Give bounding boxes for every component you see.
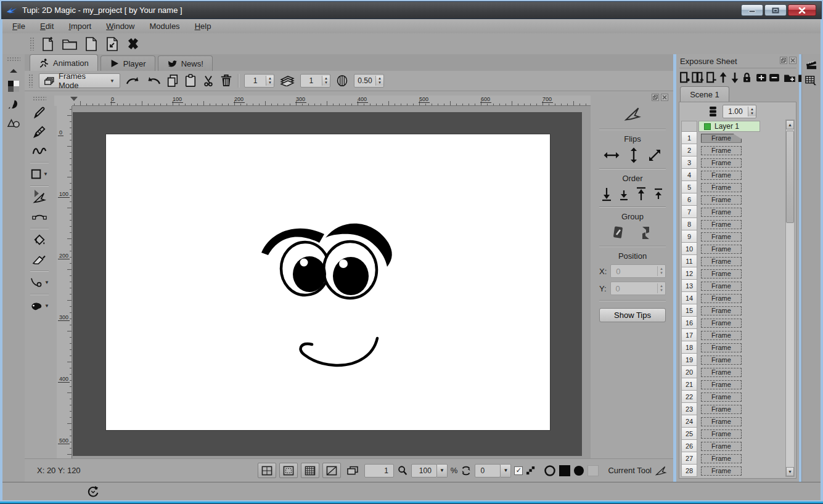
fill-tool-icon[interactable] bbox=[28, 232, 51, 248]
flip-vertical-icon[interactable] bbox=[629, 147, 638, 163]
close-project-icon[interactable] bbox=[126, 36, 141, 51]
spin-up-icon[interactable]: ▲ bbox=[324, 76, 328, 81]
minimize-icon[interactable] bbox=[741, 4, 763, 16]
frame-number[interactable]: 22 bbox=[681, 391, 697, 403]
redo-icon[interactable] bbox=[146, 75, 161, 86]
frame-cell[interactable]: Frame bbox=[701, 405, 742, 414]
frame-number[interactable]: 19 bbox=[681, 354, 697, 366]
lock-frame-icon[interactable] bbox=[742, 71, 752, 84]
spin-down-icon[interactable]: ▼ bbox=[324, 81, 328, 85]
menu-file[interactable]: File bbox=[12, 22, 25, 31]
ink-tool-icon[interactable] bbox=[28, 124, 51, 139]
frame-number[interactable]: 5 bbox=[681, 181, 697, 193]
frame-cell[interactable]: Frame bbox=[701, 442, 742, 451]
chevron-down-icon[interactable]: ▼ bbox=[501, 464, 511, 478]
move-frame-up-icon[interactable] bbox=[718, 71, 728, 84]
dock-close-icon[interactable] bbox=[789, 57, 796, 64]
fill-color-swatch[interactable] bbox=[559, 465, 570, 476]
frame-number[interactable]: 21 bbox=[681, 378, 697, 391]
opacity-icon[interactable] bbox=[336, 75, 348, 87]
frame-cell[interactable]: Frame bbox=[701, 245, 742, 254]
nodes-tool-icon[interactable] bbox=[28, 209, 51, 224]
tools-grip[interactable] bbox=[33, 96, 46, 101]
frame-number[interactable]: 24 bbox=[681, 415, 697, 428]
frame-cell[interactable]: Frame bbox=[701, 356, 742, 365]
frames-spacing-spinbox[interactable]: 1 ▲▼ bbox=[244, 74, 274, 87]
misc-tool-icon[interactable]: ▼ bbox=[28, 298, 51, 314]
grid-view-icon[interactable] bbox=[301, 463, 319, 478]
frame-cell[interactable]: Frame bbox=[701, 220, 742, 229]
frame-number-box[interactable]: 1 bbox=[364, 464, 394, 478]
canvas-viewport[interactable] bbox=[72, 106, 591, 458]
frame-cell[interactable]: Frame bbox=[701, 306, 742, 315]
onion-count-spinbox[interactable]: 1 ▲▼ bbox=[300, 74, 330, 87]
frame-number[interactable]: 12 bbox=[681, 267, 697, 280]
shapes-tool-icon[interactable]: ▼ bbox=[28, 166, 51, 182]
send-backwards-icon[interactable] bbox=[618, 187, 629, 201]
spin-down-icon[interactable]: ▼ bbox=[378, 81, 382, 85]
onion-opacity-spinbox[interactable]: 0.50 ▲▼ bbox=[354, 74, 384, 87]
frame-number[interactable]: 25 bbox=[681, 428, 697, 440]
chevron-down-icon[interactable]: ▼ bbox=[437, 464, 448, 478]
menu-window[interactable]: Window bbox=[106, 22, 134, 31]
layer-opacity-spinbox[interactable]: 1.00 ▲▼ bbox=[723, 105, 756, 118]
frame-number[interactable]: 17 bbox=[681, 329, 697, 341]
frame-number[interactable]: 20 bbox=[681, 366, 697, 378]
exposure-scrollbar[interactable]: ▲ ▼ bbox=[785, 120, 795, 477]
frame-cell[interactable]: Frame bbox=[701, 380, 742, 389]
send-to-back-icon[interactable] bbox=[601, 187, 612, 201]
maximize-icon[interactable] bbox=[764, 4, 787, 16]
show-tips-button[interactable]: Show Tips bbox=[599, 308, 666, 322]
remove-layer-icon[interactable] bbox=[769, 73, 780, 82]
menu-modules[interactable]: Modules bbox=[149, 22, 179, 31]
safe-area-icon[interactable] bbox=[279, 463, 298, 478]
frame-cell[interactable]: Frame bbox=[701, 417, 742, 426]
dock-close-icon[interactable] bbox=[661, 94, 668, 101]
move-frame-down-icon[interactable] bbox=[730, 71, 740, 84]
toolbar-grip[interactable] bbox=[30, 37, 35, 51]
cut-icon[interactable] bbox=[202, 74, 215, 87]
tab-animation[interactable]: Animation bbox=[30, 54, 98, 71]
frame-cell[interactable]: Frame bbox=[701, 195, 742, 205]
border-view-icon[interactable] bbox=[258, 463, 276, 478]
frame-cell[interactable]: Frame bbox=[701, 343, 742, 352]
frame-number[interactable]: 13 bbox=[681, 280, 697, 292]
frame-cell[interactable]: Frame bbox=[701, 158, 742, 168]
scroll-up-icon[interactable]: ▲ bbox=[786, 120, 794, 129]
frame-number[interactable]: 2 bbox=[681, 144, 697, 156]
x-position-spinbox[interactable]: 0 ▲▼ bbox=[610, 264, 666, 278]
exposure-sheet-icon[interactable] bbox=[805, 75, 818, 87]
new-project-icon[interactable] bbox=[41, 36, 55, 52]
menu-edit[interactable]: Edit bbox=[40, 22, 54, 31]
copy-icon[interactable] bbox=[166, 74, 179, 87]
close-icon[interactable] bbox=[788, 4, 816, 16]
brush-dot-icon[interactable] bbox=[573, 465, 584, 476]
tab-news[interactable]: News! bbox=[158, 55, 213, 71]
frame-number[interactable]: 18 bbox=[681, 341, 697, 354]
antialias-checkbox[interactable]: ✓ bbox=[514, 466, 523, 475]
flip-horizontal-icon[interactable] bbox=[604, 151, 620, 160]
frame-cell[interactable]: Frame bbox=[701, 269, 742, 278]
add-scene-icon[interactable] bbox=[784, 73, 796, 83]
frames-toolbar-grip[interactable] bbox=[28, 74, 33, 87]
frame-cell[interactable]: Frame bbox=[701, 282, 742, 291]
frame-cell[interactable]: Frame bbox=[701, 208, 742, 217]
time-undo-icon[interactable] bbox=[86, 485, 100, 498]
group-icon[interactable] bbox=[612, 225, 626, 241]
y-position-spinbox[interactable]: 0 ▲▼ bbox=[610, 282, 666, 295]
frame-number[interactable]: 8 bbox=[681, 218, 697, 230]
zoom-combobox[interactable]: 100 ▼ bbox=[411, 464, 448, 478]
pencil-tool-icon[interactable] bbox=[28, 105, 51, 120]
frame-number[interactable]: 11 bbox=[681, 255, 697, 267]
spin-up-icon[interactable]: ▲ bbox=[268, 76, 272, 81]
frame-number[interactable]: 10 bbox=[681, 243, 697, 255]
tab-player[interactable]: Player bbox=[100, 55, 155, 71]
frame-cell[interactable]: Frame bbox=[701, 392, 742, 402]
frame-number[interactable]: 9 bbox=[681, 230, 697, 243]
flip-diagonal-icon[interactable] bbox=[648, 148, 661, 162]
onion-skin-icon[interactable] bbox=[280, 75, 295, 86]
spin-up-icon[interactable]: ▲ bbox=[750, 107, 754, 112]
paste-icon[interactable] bbox=[184, 74, 197, 87]
frames-preview-icon[interactable] bbox=[346, 466, 359, 476]
remove-frame-icon[interactable] bbox=[706, 71, 716, 84]
